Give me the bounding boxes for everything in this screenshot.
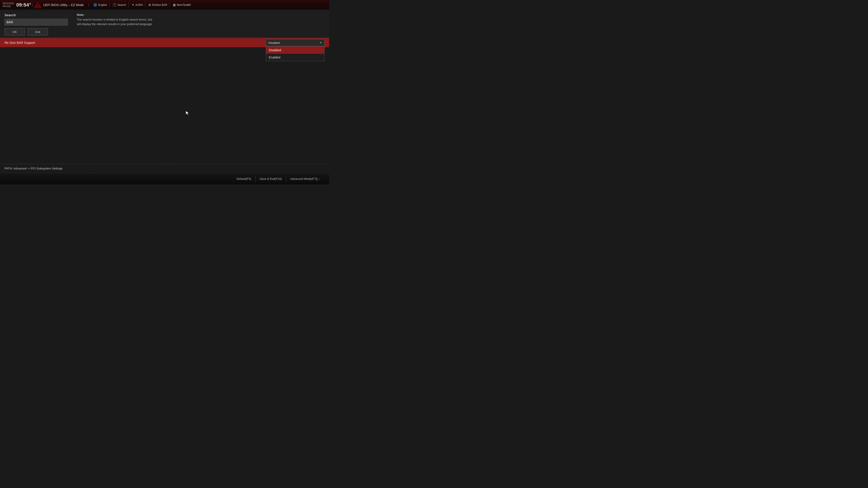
default-button[interactable]: Default(F5) — [232, 176, 256, 182]
setting-label: Re-Size BAR Support — [4, 41, 266, 44]
advanced-mode-button[interactable]: Advanced Mode(F7)|→ — [286, 176, 324, 182]
aura-icon: ✦ — [132, 3, 134, 6]
chevron-down-icon: ▼ — [319, 41, 322, 44]
note-panel: Note: The search function is limited to … — [77, 13, 324, 26]
setting-row: Re-Size BAR Support Disabled ▼ Disabled … — [0, 38, 329, 47]
search-panel: Search OK Exit — [4, 13, 68, 35]
svg-text:ROG: ROG — [36, 5, 40, 7]
exit-button[interactable]: Exit — [28, 28, 48, 35]
dropdown-button[interactable]: Disabled ▼ — [266, 39, 324, 46]
globe-icon: 🌐 — [93, 3, 97, 6]
time-display: 09:54⚙ — [16, 2, 31, 7]
dropdown-current-value: Disabled — [268, 41, 280, 44]
time-area: 09:54⚙ — [16, 2, 31, 7]
search-input[interactable] — [6, 20, 66, 24]
save-exit-button[interactable]: Save & Exit(F10) — [256, 176, 286, 182]
gear-icon: ⚙ — [29, 2, 31, 5]
search-label: Search — [4, 13, 68, 17]
dropdown-item-disabled[interactable]: Disabled — [266, 46, 324, 54]
svg-marker-3 — [186, 111, 189, 115]
separator2: | — [88, 2, 90, 7]
note-label: Note: — [77, 13, 324, 17]
ok-button[interactable]: OK — [4, 28, 25, 35]
header-bar: 08/22/2022 Monday 09:54⚙ | ROG UEFI BIOS… — [0, 0, 329, 10]
footer-bar: Default(F5) Save & Exit(F10) Advanced Mo… — [0, 173, 329, 184]
nav-item-search[interactable]: ? Search — [111, 2, 129, 7]
resize-bar-icon: ⊞ — [149, 3, 151, 6]
search-question-icon: ? — [113, 3, 116, 7]
nav-item-aura[interactable]: ✦ AURA — [129, 2, 145, 7]
logo-area: ROG UEFI BIOS Utility – EZ Mode — [34, 2, 84, 8]
top-section: Search OK Exit Note: The search function… — [0, 10, 329, 38]
dropdown-container: Disabled ▼ Disabled Enabled — [266, 39, 324, 46]
header-nav: 🌐 English ? Search ✦ AURA ⊞ ReSize BAR ▦… — [91, 2, 193, 7]
nav-item-memtest[interactable]: ▦ MemTest86 — [170, 2, 193, 7]
bottom-path-bar: PATH: Advanced -> PCI Subsystem Settings — [0, 164, 329, 173]
separator: | — [32, 2, 33, 7]
note-text: The search function is limited to Englis… — [77, 18, 324, 26]
nav-label-resize-bar: ReSize BAR — [152, 3, 167, 6]
date-display: 08/22/2022 — [3, 2, 14, 5]
nav-label-english: English — [98, 3, 107, 6]
button-row: OK Exit — [4, 28, 68, 35]
memtest-icon: ▦ — [173, 3, 176, 6]
path-text: PATH: Advanced -> PCI Subsystem Settings — [4, 167, 62, 170]
mouse-cursor-icon — [185, 110, 190, 116]
rog-logo-icon: ROG — [34, 2, 41, 8]
date-time-block: 08/22/2022 Monday — [3, 2, 14, 8]
app-title: UEFI BIOS Utility – EZ Mode — [43, 3, 84, 7]
dropdown-menu: Disabled Enabled — [266, 46, 324, 61]
dropdown-item-enabled[interactable]: Enabled — [266, 54, 324, 61]
header-left: 08/22/2022 Monday 09:54⚙ | ROG UEFI BIOS… — [3, 2, 193, 8]
search-input-container — [4, 19, 68, 26]
nav-label-search: Search — [118, 3, 126, 6]
nav-label-aura: AURA — [135, 3, 143, 6]
nav-item-resize-bar[interactable]: ⊞ ReSize BAR — [146, 2, 170, 7]
nav-item-english[interactable]: 🌐 English — [91, 2, 110, 7]
day-display: Monday — [3, 5, 14, 8]
nav-label-memtest: MemTest86 — [177, 3, 191, 6]
main-content: Re-Size BAR Support Disabled ▼ Disabled … — [0, 38, 329, 47]
